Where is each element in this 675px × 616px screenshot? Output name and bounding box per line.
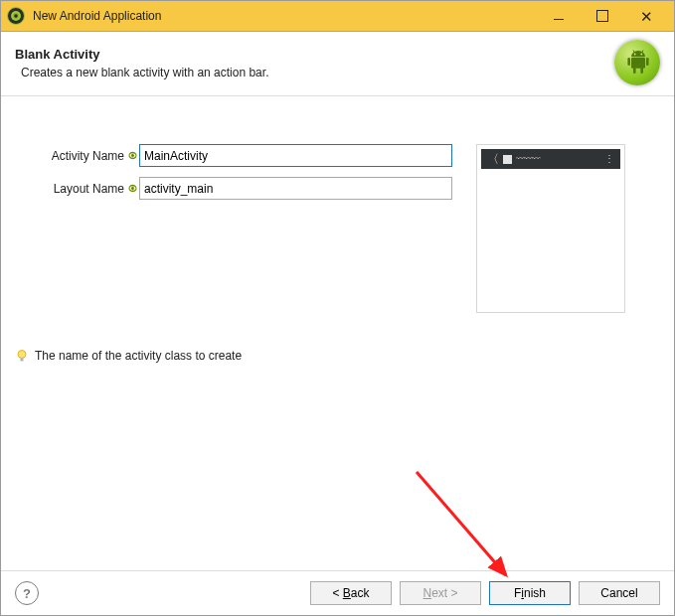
svg-line-17: [417, 472, 506, 575]
wizard-header-text: Blank Activity Creates a new blank activ…: [15, 47, 602, 79]
wizard-footer: ? < Back Next > Finish Cancel: [1, 570, 674, 615]
overflow-menu-icon: ⋮: [604, 156, 614, 162]
wizard-header: Blank Activity Creates a new blank activ…: [1, 32, 674, 96]
activity-name-row: Activity Name ⦿: [15, 144, 452, 167]
decorator-icon: ⦿: [127, 151, 137, 161]
finish-button[interactable]: Finish: [489, 581, 571, 605]
app-square-icon: [503, 155, 512, 164]
minimize-button[interactable]: [537, 2, 581, 30]
window-title: New Android Application: [33, 9, 537, 23]
maximize-button[interactable]: [581, 2, 624, 30]
svg-point-14: [18, 351, 26, 359]
preview-content: [481, 169, 620, 308]
layout-name-label: Layout Name: [15, 182, 126, 196]
back-button[interactable]: < Back: [310, 581, 392, 605]
app-icon: [7, 7, 25, 25]
field-hint: The name of the activity class to create: [15, 349, 660, 363]
page-subtitle: Creates a new blank activity with an act…: [21, 66, 602, 79]
hint-text: The name of the activity class to create: [35, 349, 242, 363]
window-controls: ✕: [537, 2, 668, 30]
titlebar[interactable]: New Android Application ✕: [1, 1, 674, 32]
svg-rect-7: [646, 58, 649, 66]
activity-name-input[interactable]: [139, 144, 452, 167]
preview-actionbar: 〈 〰〰〰 ⋮: [481, 149, 620, 169]
back-button-label: < Back: [332, 586, 369, 600]
form-fields: Activity Name ⦿ Layout Name ⦿: [15, 144, 452, 210]
layout-name-row: Layout Name ⦿: [15, 177, 452, 200]
svg-rect-15: [21, 358, 24, 360]
svg-point-13: [640, 54, 642, 56]
help-button[interactable]: ?: [15, 581, 39, 605]
svg-rect-5: [631, 58, 645, 69]
title-placeholder-icon: 〰〰〰: [516, 154, 540, 164]
dialog-window: New Android Application ✕ Blank Activity…: [0, 0, 675, 616]
svg-point-12: [634, 54, 636, 56]
form-area: Activity Name ⦿ Layout Name ⦿ 〈 〰〰〰: [15, 144, 660, 313]
next-button-label: Next >: [422, 586, 457, 600]
svg-rect-9: [640, 68, 643, 74]
next-button: Next >: [400, 581, 481, 605]
back-chevron-icon: 〈: [487, 151, 499, 168]
layout-preview: 〈 〰〰〰 ⋮: [476, 144, 625, 313]
svg-rect-8: [633, 68, 636, 74]
lightbulb-icon: [15, 349, 29, 363]
android-logo-icon: [614, 40, 660, 85]
finish-button-label: Finish: [514, 586, 546, 600]
cancel-button[interactable]: Cancel: [579, 581, 660, 605]
wizard-body: Activity Name ⦿ Layout Name ⦿ 〈 〰〰〰: [1, 96, 674, 570]
preview-actionbar-left: 〈 〰〰〰: [487, 151, 540, 168]
svg-rect-6: [627, 58, 630, 66]
decorator-icon: ⦿: [127, 184, 137, 194]
close-button[interactable]: ✕: [624, 2, 668, 30]
activity-name-label: Activity Name: [15, 149, 126, 163]
page-title: Blank Activity: [15, 47, 602, 62]
layout-name-input[interactable]: [139, 177, 452, 200]
